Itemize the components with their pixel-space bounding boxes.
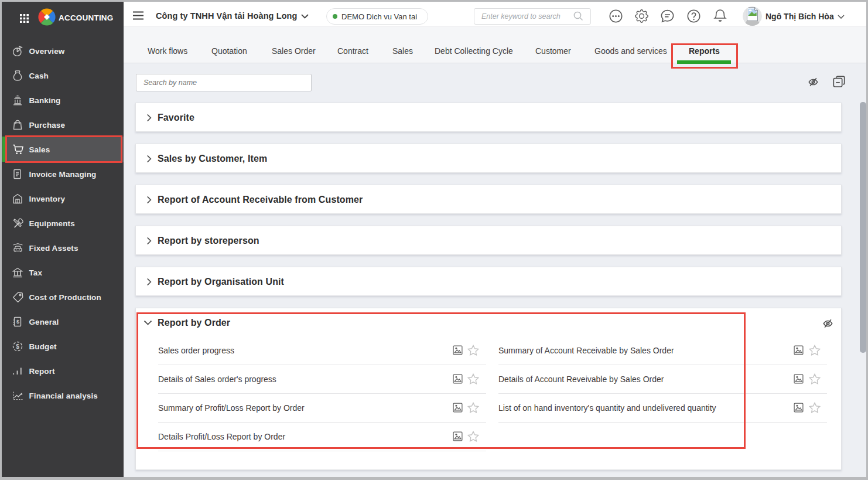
- svg-text:$: $: [16, 319, 19, 325]
- svg-text:$: $: [16, 343, 19, 350]
